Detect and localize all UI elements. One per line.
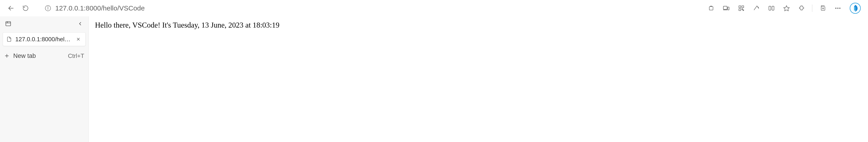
svg-rect-14 bbox=[772, 6, 774, 10]
svg-rect-13 bbox=[769, 6, 771, 10]
site-info-icon[interactable] bbox=[45, 5, 51, 11]
address-text[interactable]: 127.0.0.1:8000/hello/VSCode bbox=[55, 4, 145, 12]
vertical-tabs-sidebar: 127.0.0.1:8000/hello/VSCode New tab Ctrl… bbox=[0, 16, 89, 142]
read-aloud-icon[interactable] bbox=[751, 3, 762, 14]
qr-icon[interactable] bbox=[736, 3, 747, 14]
favorite-icon[interactable] bbox=[781, 3, 792, 14]
svg-rect-4 bbox=[709, 7, 713, 10]
collections-icon[interactable] bbox=[817, 3, 828, 14]
toolbar-divider bbox=[812, 5, 812, 12]
page-body-text: Hello there, VSCode! It's Tuesday, 13 Ju… bbox=[95, 21, 862, 29]
svg-point-20 bbox=[837, 8, 839, 9]
new-tab-label: New tab bbox=[13, 52, 64, 60]
svg-rect-9 bbox=[742, 6, 744, 8]
more-menu-icon[interactable] bbox=[832, 3, 843, 14]
svg-point-3 bbox=[48, 7, 48, 7]
new-tab-button[interactable]: New tab Ctrl+T bbox=[0, 49, 88, 63]
plus-icon bbox=[4, 53, 9, 59]
active-tab[interactable]: 127.0.0.1:8000/hello/VSCode bbox=[3, 32, 86, 46]
sidebar-header bbox=[0, 16, 88, 31]
device-icon[interactable] bbox=[721, 3, 732, 14]
close-tab-button[interactable] bbox=[74, 35, 82, 43]
extensions-icon[interactable] bbox=[796, 3, 807, 14]
svg-rect-10 bbox=[739, 9, 741, 10]
browser-toolbar: 127.0.0.1:8000/hello/VSCode bbox=[0, 0, 868, 16]
toolbar-actions bbox=[706, 2, 863, 14]
svg-rect-7 bbox=[727, 7, 729, 10]
back-button[interactable] bbox=[5, 2, 17, 14]
new-tab-shortcut: Ctrl+T bbox=[68, 52, 85, 60]
app-mode-icon[interactable] bbox=[706, 3, 717, 14]
svg-point-19 bbox=[835, 8, 836, 9]
svg-rect-5 bbox=[723, 6, 727, 9]
svg-rect-11 bbox=[742, 9, 743, 9]
tab-actions-icon[interactable] bbox=[3, 19, 13, 29]
svg-rect-23 bbox=[6, 22, 11, 26]
tab-title: 127.0.0.1:8000/hello/VSCode bbox=[15, 36, 71, 43]
main-area: 127.0.0.1:8000/hello/VSCode New tab Ctrl… bbox=[0, 16, 868, 142]
page-icon bbox=[6, 36, 12, 42]
refresh-button[interactable] bbox=[19, 2, 32, 14]
collapse-sidebar-button[interactable] bbox=[75, 19, 85, 29]
page-content: Hello there, VSCode! It's Tuesday, 13 Ju… bbox=[89, 16, 868, 142]
svg-rect-8 bbox=[739, 6, 741, 8]
split-screen-icon[interactable] bbox=[766, 3, 777, 14]
address-bar[interactable]: 127.0.0.1:8000/hello/VSCode bbox=[41, 2, 200, 14]
bing-chat-button[interactable] bbox=[849, 2, 862, 14]
svg-rect-12 bbox=[743, 10, 744, 11]
svg-marker-15 bbox=[784, 6, 789, 11]
svg-point-21 bbox=[839, 8, 840, 9]
